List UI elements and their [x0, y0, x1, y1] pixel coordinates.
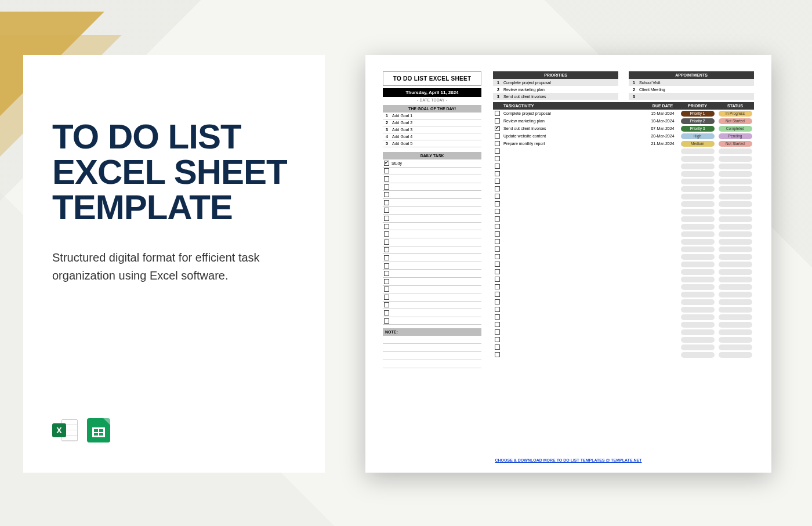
daily-task-row: Study [383, 159, 481, 168]
task-row [493, 291, 754, 298]
task-row [493, 185, 754, 193]
date-display: Thursday, April 11, 2024 [383, 88, 481, 97]
task-row [493, 253, 754, 260]
daily-task-row [383, 254, 481, 262]
daily-task-row [383, 168, 481, 176]
checkbox-icon [384, 216, 389, 221]
promo-card: TO DO LIST EXCEL SHEET TEMPLATE Structur… [23, 55, 325, 473]
task-row [493, 177, 754, 185]
checkbox-icon [495, 269, 500, 274]
checkbox-icon [495, 322, 500, 327]
task-row [493, 245, 754, 253]
daily-task-row [383, 230, 481, 238]
checkbox-icon [495, 299, 500, 304]
checkbox-icon [384, 286, 389, 292]
daily-task-row [383, 238, 481, 246]
task-row [493, 260, 754, 268]
daily-task-row [383, 317, 481, 325]
note-line [383, 336, 481, 344]
task-row [493, 298, 754, 306]
task-row [493, 328, 754, 336]
checkbox-icon [495, 209, 500, 214]
excel-icon: X [52, 418, 78, 444]
checkbox-icon [384, 208, 389, 213]
note-line [383, 352, 481, 360]
task-row [493, 321, 754, 328]
daily-task-row [383, 223, 481, 231]
checkbox-icon [384, 310, 389, 315]
checkbox-icon [495, 344, 500, 350]
checkbox-icon [495, 133, 500, 139]
task-row [493, 208, 754, 215]
daily-task-row [383, 215, 481, 223]
checkbox-icon [384, 168, 389, 173]
checkbox-icon [495, 277, 500, 282]
checkbox-icon [495, 292, 500, 297]
task-row [493, 200, 754, 208]
daily-task-row [383, 191, 481, 199]
priority-row: 2Review marketing plan [493, 86, 618, 93]
checkbox-icon [384, 247, 389, 252]
priorities-header: PRIORITIES [493, 71, 618, 79]
checkbox-icon [495, 111, 500, 116]
task-row [493, 283, 754, 291]
task-row: Prepare monthly report21-Mar-2024MediumN… [493, 140, 754, 147]
footer-link[interactable]: CHOOSE & DOWNLOAD MORE TO DO LIST TEMPLA… [383, 458, 754, 462]
checkbox-icon [384, 176, 389, 182]
checkbox-icon [495, 329, 500, 335]
checkbox-icon [495, 201, 500, 206]
task-row [493, 162, 754, 170]
checkbox-icon [384, 200, 389, 205]
template-preview: TO DO LIST EXCEL SHEET Thursday, April 1… [365, 55, 771, 473]
checkbox-icon [495, 186, 500, 191]
daily-task-row [383, 207, 481, 215]
appointment-row: 3 [629, 93, 754, 100]
task-row [493, 155, 754, 162]
checkbox-icon [384, 231, 389, 237]
checkbox-icon [495, 262, 500, 267]
template-description: Structured digital format for efficient … [52, 249, 284, 285]
task-row: Complete project proposal15-Mar-2024Prio… [493, 110, 754, 117]
checkbox-icon [384, 271, 389, 276]
task-row [493, 343, 754, 351]
checkbox-icon [384, 279, 389, 284]
checkbox-icon [495, 307, 500, 312]
checkbox-icon [495, 314, 500, 320]
checkbox-icon [495, 246, 500, 252]
checkbox-icon [384, 184, 389, 190]
checkbox-icon [384, 255, 389, 260]
goal-row: 1Add Goal 1 [383, 113, 481, 119]
task-row: Update website content20-Mar-2024HighPen… [493, 132, 754, 140]
daily-task-row [383, 270, 481, 278]
checkbox-icon [384, 161, 389, 166]
daily-task-header: DAILY TASK [383, 152, 481, 159]
task-row [493, 170, 754, 177]
daily-task-row [383, 183, 481, 191]
sheet-title: TO DO LIST EXCEL SHEET [383, 71, 481, 86]
appointments-header: APPOINTMENTS [629, 71, 754, 79]
checkbox-icon [495, 352, 500, 357]
checkbox-icon [495, 126, 500, 131]
daily-task-row [383, 309, 481, 317]
priority-row: 3Send out client invoices [493, 93, 618, 100]
task-row [493, 238, 754, 245]
checkbox-icon [384, 240, 389, 245]
daily-task-row [383, 278, 481, 286]
checkbox-icon [495, 156, 500, 161]
checkbox-icon [384, 263, 389, 269]
checkbox-icon [495, 171, 500, 176]
checkbox-icon [495, 141, 500, 146]
template-title: TO DO LIST EXCEL SHEET TEMPLATE [52, 119, 296, 226]
priority-row: 1Complete project proposal [493, 79, 618, 86]
daily-task-row [383, 199, 481, 207]
checkbox-icon [384, 302, 389, 307]
task-row [493, 268, 754, 275]
daily-task-row [383, 302, 481, 310]
task-row [493, 230, 754, 238]
daily-task-row [383, 286, 481, 294]
appointment-row: 1School Visit [629, 79, 754, 86]
note-line [383, 344, 481, 352]
daily-task-row [383, 246, 481, 255]
checkbox-icon [495, 337, 500, 342]
checkbox-icon [495, 148, 500, 154]
